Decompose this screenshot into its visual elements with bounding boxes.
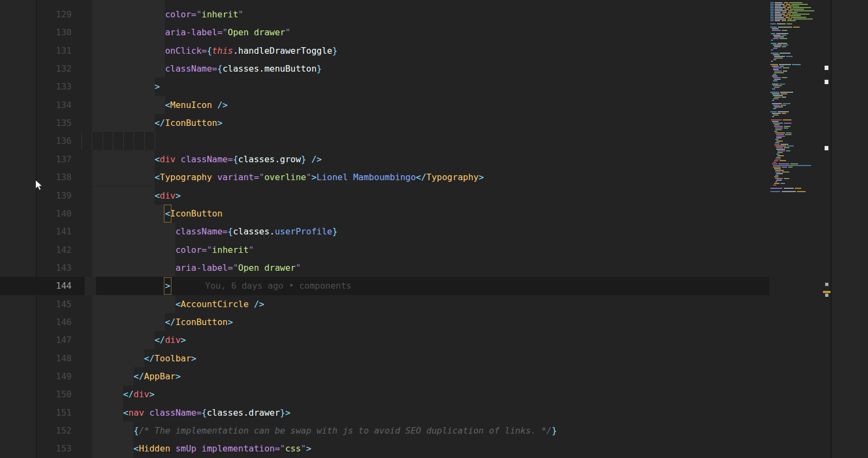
code-line[interactable]: 135</IconButton>	[0, 114, 769, 132]
minimap-line	[772, 103, 782, 104]
minimap-line	[778, 163, 789, 164]
minimap-line	[770, 17, 774, 18]
code-token: >	[191, 353, 196, 364]
code-line[interactable]: 152{/* The implementation can be swap wi…	[0, 422, 769, 440]
code-line[interactable]: 138<Typography variant="overline">Lionel…	[0, 168, 769, 186]
code-line[interactable]: 140<IconButton	[0, 205, 769, 222]
code-token: "	[222, 27, 228, 37]
overview-ruler-marker[interactable]	[825, 283, 828, 286]
code-line[interactable]: 136	[0, 132, 769, 150]
code-line[interactable]: 142color="inherit"	[0, 241, 769, 259]
indent-highlight	[92, 187, 155, 205]
minimap-line	[773, 35, 781, 36]
minimap-line	[770, 14, 774, 15]
code-token: >	[306, 443, 311, 454]
minimap-line	[795, 188, 801, 189]
code-token: =	[275, 443, 280, 454]
code-text: </IconButton>	[165, 313, 233, 331]
code-token: </	[144, 353, 155, 364]
code-token: "	[248, 245, 254, 255]
overview-ruler-marker[interactable]	[823, 291, 831, 293]
code-token: onClick	[165, 46, 201, 56]
code-token: div	[160, 190, 176, 201]
code-line[interactable]: 130aria-label="Open drawer"	[0, 23, 769, 41]
code-token: }	[552, 425, 557, 436]
indent-guide	[92, 132, 92, 150]
line-number: 142	[38, 241, 72, 259]
minimap-line	[782, 77, 787, 78]
code-line[interactable]: 144>You, 6 days ago • components	[0, 277, 769, 295]
code-token: "	[207, 245, 212, 255]
overview-ruler-marker[interactable]	[825, 66, 828, 70]
code-text: <IconButton	[165, 205, 222, 222]
code-line[interactable]: 134<MenuIcon />	[0, 96, 769, 114]
code-token: >	[217, 118, 222, 128]
minimap-line	[775, 17, 784, 18]
code-line[interactable]: 146</IconButton>	[0, 313, 769, 331]
minimap-line	[774, 131, 777, 132]
minimap-line	[772, 100, 774, 101]
minimap-line	[771, 33, 775, 34]
minimap-line	[793, 18, 813, 20]
code-line[interactable]: 131onClick={this.handleDrawerToggle}	[0, 42, 769, 60]
code-line[interactable]: 139<div>	[0, 187, 769, 205]
code-token: <	[133, 443, 139, 454]
overview-ruler-marker[interactable]	[825, 294, 828, 297]
code-line[interactable]: 129color="inherit"	[0, 5, 769, 23]
code-line[interactable]: 149</AppBar>	[0, 367, 769, 385]
minimap-line	[774, 87, 780, 88]
minimap-line	[773, 69, 778, 70]
indent-highlight	[92, 331, 155, 349]
minimap-line	[786, 56, 793, 57]
code-line[interactable]: 145<AccountCircle />	[0, 295, 769, 313]
overview-ruler-marker[interactable]	[825, 80, 828, 84]
indent-highlight	[92, 313, 165, 331]
overview-ruler-marker[interactable]	[825, 146, 828, 150]
code-token: "	[238, 9, 244, 20]
indent-guide	[81, 132, 82, 150]
minimap-line	[773, 162, 776, 163]
code-line[interactable]: 141className={classes.userProfile}	[0, 222, 769, 240]
indent-highlight	[92, 440, 133, 457]
code-line[interactable]: 151<nav className={classes.drawer}>	[0, 404, 769, 422]
minimap-line	[781, 183, 785, 184]
code-token: Lionel Mamboumbingo	[317, 172, 416, 182]
code-line[interactable]: 143aria-label="Open drawer"	[0, 259, 769, 277]
indent-guide	[113, 132, 113, 150]
code-line[interactable]: 132className={classes.menuButton}	[0, 60, 769, 78]
minimap-line	[772, 66, 778, 67]
right-panel	[832, 0, 868, 458]
code-token: className	[175, 226, 222, 237]
code-line[interactable]: 137<div className={classes.grow} />	[0, 150, 769, 168]
overview-ruler[interactable]	[823, 0, 831, 458]
code-line[interactable]: 153<Hidden smUp implementation="css">	[0, 440, 769, 457]
code-line[interactable]: 147</div>	[0, 331, 769, 349]
code-line[interactable]: 148</Toolbar>	[0, 349, 769, 367]
minimap-line	[773, 185, 776, 186]
indent-highlight	[92, 367, 133, 385]
code-token: =	[191, 9, 196, 20]
code-line[interactable]: 133>	[0, 78, 769, 96]
minimap-line	[773, 80, 777, 81]
code-line[interactable]: 150</div>	[0, 385, 769, 403]
code-token: </	[416, 172, 426, 182]
line-number: 140	[38, 205, 72, 222]
line-number: 129	[38, 5, 72, 23]
code-token: }	[317, 63, 322, 74]
code-token: <	[123, 408, 129, 418]
minimap-line	[781, 93, 787, 94]
mouse-cursor	[34, 180, 44, 190]
minimap-line	[774, 46, 781, 47]
minimap-line	[789, 15, 801, 16]
code-token: Open drawer	[238, 263, 296, 273]
minimap[interactable]	[769, 0, 823, 458]
code-token: AccountCircle	[181, 299, 248, 309]
minimap-line	[775, 14, 785, 15]
minimap-line	[783, 119, 792, 120]
minimap-line	[778, 27, 792, 28]
minimap-line	[782, 46, 786, 47]
indent-highlight	[92, 295, 175, 313]
code-token: css	[285, 443, 301, 454]
minimap-line	[773, 165, 811, 166]
minimap-line	[776, 157, 781, 158]
